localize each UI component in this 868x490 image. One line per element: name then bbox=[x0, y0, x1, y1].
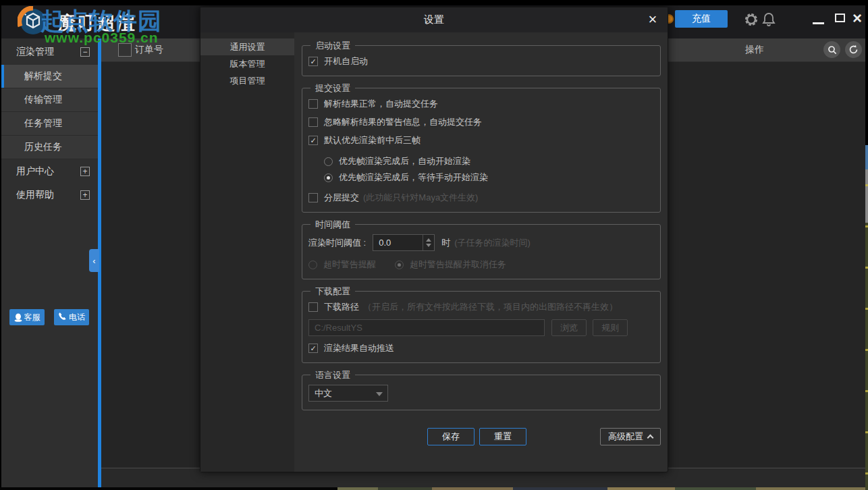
auto-submit-checkbox[interactable] bbox=[308, 99, 318, 109]
language-select[interactable]: 中文 bbox=[308, 385, 388, 402]
timeout-warn-cancel-label: 超时警告提醒并取消任务 bbox=[410, 258, 506, 271]
row-priority-frames: ✓ 默认优先渲染前中后三帧 bbox=[308, 134, 653, 146]
settings-dialog: 设置 × 通用设置 版本管理 项目管理 启动设置 ✓ 开机自启动 提交设置 bbox=[200, 7, 668, 472]
chevron-left-icon: ‹ bbox=[92, 256, 95, 266]
autopush-label: 渲染结果自动推送 bbox=[324, 342, 394, 354]
tab-version-manage[interactable]: 版本管理 bbox=[200, 55, 294, 72]
row-autostart: ✓ 开机自启动 bbox=[308, 55, 653, 67]
search-icon bbox=[828, 45, 837, 55]
sidebar-item-label: 传输管理 bbox=[24, 94, 62, 106]
timeout-warn-cancel-radio[interactable] bbox=[395, 261, 404, 269]
row-threshold-input: 渲染时间阈值 : 时 (子任务的渲染时间) bbox=[308, 234, 653, 251]
autopush-checkbox[interactable]: ✓ bbox=[308, 344, 318, 353]
threshold-spinner bbox=[373, 234, 435, 251]
auto-start-radio[interactable] bbox=[324, 157, 333, 166]
dialog-close-button[interactable]: × bbox=[643, 10, 662, 29]
language-selected-value: 中文 bbox=[315, 387, 332, 400]
sidebar-group-user-center[interactable]: 用户中心 + bbox=[1, 159, 98, 183]
window-close-button[interactable]: × bbox=[849, 8, 865, 28]
expand-plus-icon[interactable]: + bbox=[80, 190, 90, 200]
recharge-button[interactable]: 充值 bbox=[675, 10, 728, 28]
row-ignore-warn: 忽略解析结果的警告信息，自动提交任务 bbox=[308, 116, 653, 128]
threshold-unit: 时 bbox=[441, 237, 450, 249]
section-startup-legend: 启动设置 bbox=[310, 40, 355, 52]
layered-submit-label: 分层提交 bbox=[324, 192, 359, 204]
row-language: 中文 bbox=[308, 385, 653, 402]
sidebar-item-transfer-manage[interactable]: 传输管理 bbox=[1, 88, 98, 112]
phone-button[interactable]: 电话 bbox=[54, 309, 89, 325]
sidebar-group-help[interactable]: 使用帮助 + bbox=[1, 183, 98, 207]
ignore-warn-checkbox[interactable] bbox=[308, 117, 318, 127]
section-threshold-legend: 时间阈值 bbox=[310, 219, 355, 231]
row-radio-auto-start: 优先帧渲染完成后，自动开始渲染 bbox=[324, 155, 653, 167]
phone-label: 电话 bbox=[69, 312, 85, 323]
sidebar-item-label: 解析提交 bbox=[24, 70, 62, 82]
dialog-footer: 保存 重置 高级配置 bbox=[294, 428, 668, 446]
advanced-config-label: 高级配置 bbox=[608, 431, 643, 443]
row-layered-submit: 分层提交 (此功能只针对Maya文件生效) bbox=[308, 192, 653, 204]
gear-icon[interactable] bbox=[743, 11, 759, 30]
save-button[interactable]: 保存 bbox=[427, 428, 474, 445]
sidebar-item-label: 任务管理 bbox=[24, 117, 62, 130]
chevron-down-icon bbox=[376, 392, 383, 396]
auto-start-label: 优先帧渲染完成后，自动开始渲染 bbox=[339, 155, 470, 167]
priority-frames-checkbox[interactable]: ✓ bbox=[308, 136, 318, 145]
auto-submit-label: 解析结果正常，自动提交任务 bbox=[324, 98, 438, 110]
row-path-input: 浏览 规则 bbox=[308, 319, 653, 336]
watermark-url: www.pc0359.cn bbox=[45, 30, 159, 46]
sidebar-item-history-task[interactable]: 历史任务 bbox=[1, 136, 98, 159]
download-path-input[interactable] bbox=[308, 319, 545, 336]
wait-manual-label: 优先帧渲染完成后，等待手动开始渲染 bbox=[339, 171, 488, 184]
sidebar-item-parse-submit[interactable]: 解析提交 bbox=[1, 65, 98, 88]
dialog-title: 设置 bbox=[200, 13, 668, 26]
minimize-button[interactable] bbox=[813, 22, 824, 24]
row-autopush: ✓ 渲染结果自动推送 bbox=[308, 342, 653, 354]
phone-icon bbox=[58, 312, 67, 323]
chevron-up-icon bbox=[647, 435, 654, 441]
row-download-path: 下载路径 （开启后，所有文件按此路径下载，项目内的出图路径不再生效） bbox=[308, 301, 653, 313]
sidebar-group-label: 渲染管理 bbox=[16, 46, 54, 58]
desktop-right-sliver bbox=[865, 145, 868, 490]
rule-button[interactable]: 规则 bbox=[593, 319, 628, 336]
customer-service-button[interactable]: 客服 bbox=[9, 309, 45, 325]
autostart-checkbox[interactable]: ✓ bbox=[308, 57, 318, 66]
sidebar-footer: 客服 电话 bbox=[9, 309, 89, 325]
sidebar-item-label: 历史任务 bbox=[24, 141, 62, 153]
maximize-button[interactable] bbox=[835, 13, 845, 22]
download-path-checkbox[interactable] bbox=[308, 302, 318, 312]
sidebar-collapse-handle[interactable]: ‹ bbox=[89, 249, 99, 272]
download-path-label: 下载路径 bbox=[324, 301, 359, 313]
desktop-bottom-sliver bbox=[0, 487, 868, 490]
section-language: 语言设置 中文 bbox=[302, 375, 661, 410]
advanced-config-button[interactable]: 高级配置 bbox=[600, 428, 661, 445]
expand-plus-icon[interactable]: + bbox=[80, 167, 90, 176]
timeout-warn-radio[interactable] bbox=[308, 261, 317, 269]
tab-project-manage[interactable]: 项目管理 bbox=[200, 72, 294, 89]
column-header-action: 操作 bbox=[745, 44, 783, 56]
autostart-label: 开机自启动 bbox=[324, 55, 368, 67]
spinner-up-icon[interactable] bbox=[426, 238, 431, 242]
threshold-label: 渲染时间阈值 : bbox=[308, 237, 366, 249]
layered-submit-checkbox[interactable] bbox=[308, 193, 318, 202]
sidebar-item-task-manage[interactable]: 任务管理 bbox=[1, 112, 98, 136]
collapse-minus-icon[interactable]: − bbox=[80, 47, 90, 57]
sidebar-group-label: 使用帮助 bbox=[16, 189, 54, 201]
section-startup: 启动设置 ✓ 开机自启动 bbox=[302, 45, 661, 76]
refresh-button[interactable] bbox=[845, 41, 862, 58]
spinner-down-icon[interactable] bbox=[426, 244, 431, 247]
section-submit-legend: 提交设置 bbox=[310, 82, 355, 94]
layered-submit-hint: (此功能只针对Maya文件生效) bbox=[363, 192, 478, 204]
section-threshold: 时间阈值 渲染时间阈值 : 时 (子任务的渲染时间) 超时警告 bbox=[302, 224, 661, 279]
reset-button[interactable]: 重置 bbox=[479, 428, 526, 445]
search-button[interactable] bbox=[823, 41, 840, 58]
ignore-warn-label: 忽略解析结果的警告信息，自动提交任务 bbox=[324, 116, 482, 128]
browse-button[interactable]: 浏览 bbox=[551, 319, 587, 336]
spinner-arrows[interactable] bbox=[423, 235, 434, 250]
section-download-legend: 下载配置 bbox=[310, 285, 355, 298]
dialog-titlebar: 设置 × bbox=[200, 7, 668, 32]
timeout-warn-label: 超时警告提醒 bbox=[323, 258, 376, 271]
row-threshold-radios: 超时警告提醒 超时警告提醒并取消任务 bbox=[308, 258, 653, 271]
bell-icon[interactable] bbox=[761, 11, 776, 30]
wait-manual-radio[interactable] bbox=[324, 173, 333, 182]
tab-general-settings[interactable]: 通用设置 bbox=[200, 38, 294, 55]
